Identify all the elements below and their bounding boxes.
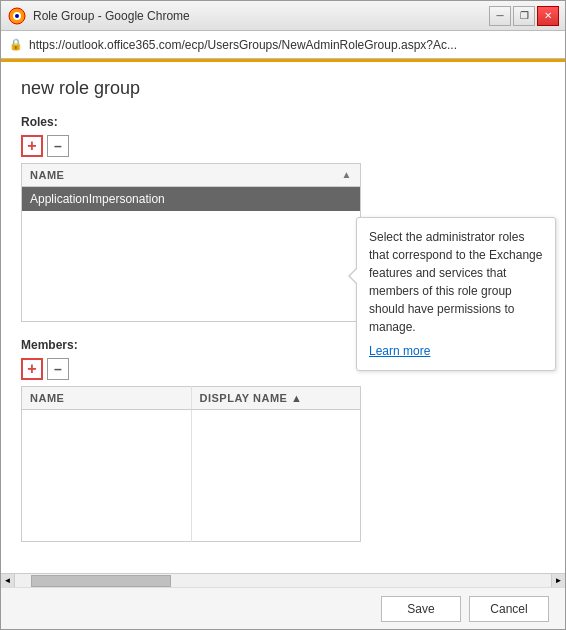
scroll-left-icon: ◄ <box>4 576 12 585</box>
scroll-left-button[interactable]: ◄ <box>1 574 15 588</box>
roles-col-name: NAME ▲ <box>22 164 361 187</box>
address-bar: 🔒 https://outlook.office365.com/ecp/User… <box>1 31 565 59</box>
roles-remove-button[interactable]: – <box>47 135 69 157</box>
members-remove-button[interactable]: – <box>47 358 69 380</box>
roles-toolbar: + – <box>21 135 545 157</box>
table-row <box>22 519 361 541</box>
table-row <box>22 475 361 497</box>
footer: Save Cancel <box>1 587 565 629</box>
page-title: new role group <box>21 78 545 99</box>
members-table: NAME DISPLAY NAME ▲ <box>21 386 361 542</box>
title-bar: Role Group - Google Chrome ─ ❐ ✕ <box>1 1 565 31</box>
svg-point-2 <box>15 14 19 18</box>
cancel-button[interactable]: Cancel <box>469 596 549 622</box>
table-row <box>22 277 361 299</box>
horizontal-scrollbar[interactable]: ◄ ► <box>1 573 565 587</box>
browser-icon <box>7 6 27 26</box>
minimize-button[interactable]: ─ <box>489 6 511 26</box>
table-row <box>22 497 361 519</box>
address-text: https://outlook.office365.com/ecp/UsersG… <box>29 38 457 52</box>
roles-table: NAME ▲ ApplicationImpersonation <box>21 163 361 322</box>
scroll-thumb[interactable] <box>31 575 171 587</box>
restore-button[interactable]: ❐ <box>513 6 535 26</box>
browser-window: Role Group - Google Chrome ─ ❐ ✕ 🔒 https… <box>0 0 566 630</box>
close-icon: ✕ <box>544 10 552 21</box>
learn-more-link[interactable]: Learn more <box>369 342 543 360</box>
table-row <box>22 409 361 431</box>
content-area: new role group Roles: + – <box>1 62 565 587</box>
roles-row-name: ApplicationImpersonation <box>22 187 361 212</box>
table-row <box>22 431 361 453</box>
lock-icon: 🔒 <box>9 38 23 51</box>
tooltip-text: Select the administrator roles that corr… <box>369 230 542 334</box>
title-bar-controls: ─ ❐ ✕ <box>489 6 559 26</box>
roles-label: Roles: <box>21 115 545 129</box>
roles-add-button[interactable]: + <box>21 135 43 157</box>
window-title: Role Group - Google Chrome <box>33 9 190 23</box>
members-remove-icon: – <box>54 362 62 376</box>
display-sort-icon: ▲ <box>291 392 302 404</box>
tooltip-box: Select the administrator roles that corr… <box>356 217 556 371</box>
table-row <box>22 211 361 233</box>
members-add-button[interactable]: + <box>21 358 43 380</box>
scroll-right-button[interactable]: ► <box>551 574 565 588</box>
save-button[interactable]: Save <box>381 596 461 622</box>
table-row <box>22 453 361 475</box>
members-col-display: DISPLAY NAME ▲ <box>191 386 361 409</box>
table-row <box>22 255 361 277</box>
minimize-icon: ─ <box>496 10 503 21</box>
members-col-name: NAME <box>22 386 192 409</box>
name-sort-icon: ▲ <box>342 169 352 180</box>
scroll-right-icon: ► <box>555 576 563 585</box>
members-add-icon: + <box>27 361 36 377</box>
roles-remove-icon: – <box>54 139 62 153</box>
table-row <box>22 299 361 321</box>
table-row[interactable]: ApplicationImpersonation <box>22 187 361 212</box>
table-row <box>22 233 361 255</box>
scroll-track[interactable] <box>15 574 551 588</box>
restore-icon: ❐ <box>520 10 529 21</box>
close-button[interactable]: ✕ <box>537 6 559 26</box>
title-bar-left: Role Group - Google Chrome <box>7 6 190 26</box>
roles-add-icon: + <box>27 138 36 154</box>
